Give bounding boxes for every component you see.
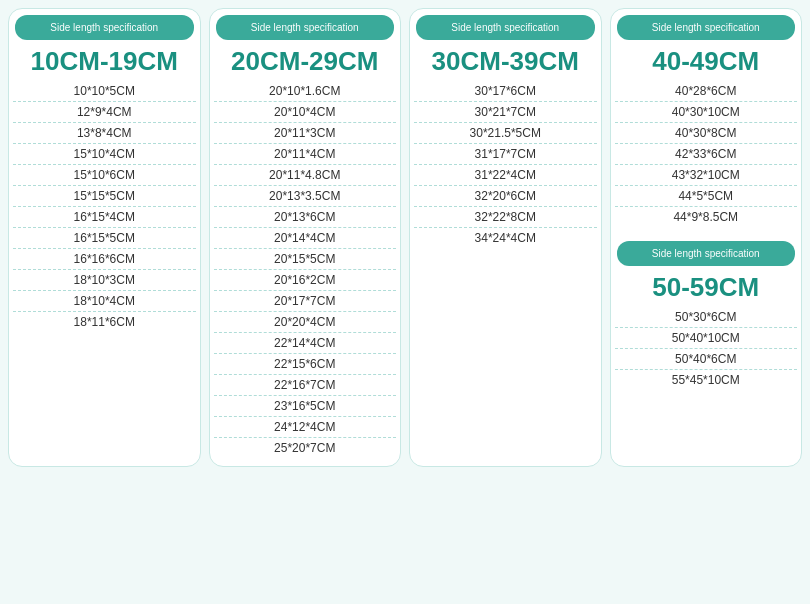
list-item: 20*14*4CM: [214, 228, 397, 249]
list-item: 16*16*6CM: [13, 249, 196, 270]
list-item: 24*12*4CM: [214, 417, 397, 438]
list-item: 22*14*4CM: [214, 333, 397, 354]
list-item: 32*22*8CM: [414, 207, 597, 228]
list-item: 50*30*6CM: [615, 307, 798, 328]
list-item: 20*17*7CM: [214, 291, 397, 312]
main-grid: Side length specification 10CM-19CM 10*1…: [8, 8, 802, 467]
col4b-list: 50*30*6CM50*40*10CM50*40*6CM55*45*10CM: [611, 307, 802, 398]
list-item: 31*17*7CM: [414, 144, 597, 165]
col4a-header: Side length specification: [617, 15, 796, 40]
col2-range: 20CM-29CM: [210, 40, 401, 81]
col2-header: Side length specification: [216, 15, 395, 40]
list-item: 10*10*5CM: [13, 81, 196, 102]
column-30-39: Side length specification 30CM-39CM 30*1…: [409, 8, 602, 467]
col4a-list: 40*28*6CM40*30*10CM40*30*8CM42*33*6CM43*…: [611, 81, 802, 235]
column-10-19: Side length specification 10CM-19CM 10*1…: [8, 8, 201, 467]
list-item: 18*11*6CM: [13, 312, 196, 332]
col4a-range: 40-49CM: [611, 40, 802, 81]
list-item: 18*10*4CM: [13, 291, 196, 312]
list-item: 40*30*8CM: [615, 123, 798, 144]
list-item: 20*13*6CM: [214, 207, 397, 228]
list-item: 20*11*3CM: [214, 123, 397, 144]
list-item: 12*9*4CM: [13, 102, 196, 123]
list-item: 43*32*10CM: [615, 165, 798, 186]
list-item: 13*8*4CM: [13, 123, 196, 144]
list-item: 30*21*7CM: [414, 102, 597, 123]
col1-range: 10CM-19CM: [9, 40, 200, 81]
col1-list: 10*10*5CM12*9*4CM13*8*4CM15*10*4CM15*10*…: [9, 81, 200, 340]
list-item: 15*10*6CM: [13, 165, 196, 186]
list-item: 20*11*4CM: [214, 144, 397, 165]
list-item: 20*10*1.6CM: [214, 81, 397, 102]
column-40-59: Side length specification 40-49CM 40*28*…: [610, 8, 803, 467]
list-item: 55*45*10CM: [615, 370, 798, 390]
list-item: 20*11*4.8CM: [214, 165, 397, 186]
col4b-header: Side length specification: [617, 241, 796, 266]
col3-list: 30*17*6CM30*21*7CM30*21.5*5CM31*17*7CM31…: [410, 81, 601, 256]
col2-list: 20*10*1.6CM20*10*4CM20*11*3CM20*11*4CM20…: [210, 81, 401, 466]
col3-range: 30CM-39CM: [410, 40, 601, 81]
list-item: 16*15*4CM: [13, 207, 196, 228]
list-item: 20*13*3.5CM: [214, 186, 397, 207]
list-item: 15*10*4CM: [13, 144, 196, 165]
list-item: 50*40*10CM: [615, 328, 798, 349]
col4b-range: 50-59CM: [611, 266, 802, 307]
list-item: 50*40*6CM: [615, 349, 798, 370]
list-item: 40*30*10CM: [615, 102, 798, 123]
list-item: 16*15*5CM: [13, 228, 196, 249]
list-item: 22*15*6CM: [214, 354, 397, 375]
list-item: 40*28*6CM: [615, 81, 798, 102]
list-item: 44*9*8.5CM: [615, 207, 798, 227]
list-item: 30*17*6CM: [414, 81, 597, 102]
list-item: 22*16*7CM: [214, 375, 397, 396]
list-item: 44*5*5CM: [615, 186, 798, 207]
list-item: 15*15*5CM: [13, 186, 196, 207]
list-item: 34*24*4CM: [414, 228, 597, 248]
column-20-29: Side length specification 20CM-29CM 20*1…: [209, 8, 402, 467]
list-item: 20*20*4CM: [214, 312, 397, 333]
col1-header: Side length specification: [15, 15, 194, 40]
list-item: 18*10*3CM: [13, 270, 196, 291]
col3-header: Side length specification: [416, 15, 595, 40]
list-item: 20*15*5CM: [214, 249, 397, 270]
list-item: 25*20*7CM: [214, 438, 397, 458]
list-item: 30*21.5*5CM: [414, 123, 597, 144]
list-item: 32*20*6CM: [414, 186, 597, 207]
list-item: 23*16*5CM: [214, 396, 397, 417]
list-item: 42*33*6CM: [615, 144, 798, 165]
list-item: 31*22*4CM: [414, 165, 597, 186]
list-item: 20*10*4CM: [214, 102, 397, 123]
list-item: 20*16*2CM: [214, 270, 397, 291]
